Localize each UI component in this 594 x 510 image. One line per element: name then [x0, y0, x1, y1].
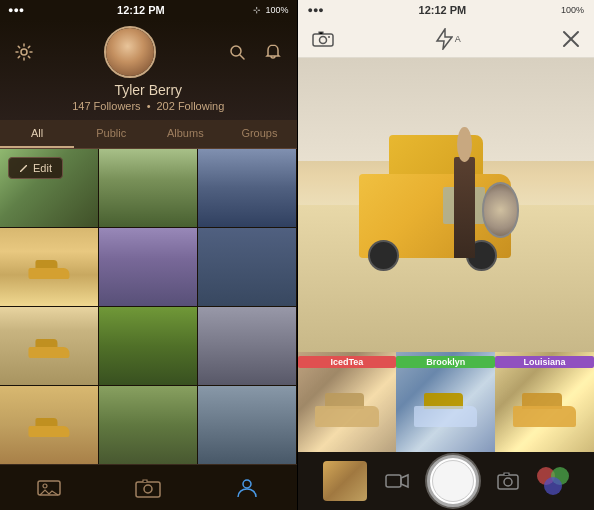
profile-name: Tyler Berry	[10, 82, 287, 98]
flash-button[interactable]: A	[435, 28, 461, 50]
edit-button[interactable]: Edit	[8, 157, 63, 179]
filter-icedtea[interactable]: IcedTea	[298, 352, 397, 452]
notifications-button[interactable]	[259, 38, 287, 66]
grid-cell-2[interactable]	[99, 149, 197, 227]
settings-button[interactable]	[10, 38, 38, 66]
status-time: 12:12 PM	[117, 4, 165, 16]
shutter-button[interactable]	[427, 455, 479, 507]
svg-point-10	[328, 36, 330, 38]
tab-albums[interactable]: Albums	[148, 120, 222, 148]
grid-cell-7[interactable]	[0, 307, 98, 385]
camera-main-view[interactable]	[298, 58, 595, 352]
grid-cell-10[interactable]	[0, 386, 98, 464]
svg-point-15	[504, 478, 512, 486]
edit-label: Edit	[33, 162, 52, 174]
battery-icon: 100%	[265, 5, 288, 15]
grid-cell-3[interactable]	[198, 149, 296, 227]
tab-all[interactable]: All	[0, 120, 74, 148]
svg-rect-14	[498, 475, 518, 489]
cam-carrier: ●●●	[308, 5, 324, 15]
profile-header: Tyler Berry 147 Followers • 202 Followin…	[0, 20, 297, 120]
camera-controls	[298, 452, 595, 510]
stats-separator: •	[147, 100, 151, 112]
nav-gallery[interactable]	[29, 468, 69, 508]
followers-count: 147 Followers	[72, 100, 140, 112]
grid-cell-8[interactable]	[99, 307, 197, 385]
profile-tabs: All Public Albums Groups	[0, 120, 297, 149]
wifi-icon: ●●●	[8, 5, 24, 15]
shutter-inner	[432, 460, 474, 502]
nav-profile[interactable]	[227, 468, 267, 508]
gear-icon	[15, 43, 33, 61]
search-button[interactable]	[223, 38, 251, 66]
svg-point-6	[144, 485, 152, 493]
mini-van-brooklyn	[406, 397, 485, 427]
svg-point-4	[43, 484, 47, 488]
filter-brooklyn-label: Brooklyn	[396, 356, 495, 368]
grid-container	[0, 149, 297, 464]
svg-point-9	[319, 36, 326, 43]
status-icons: ⊹ 100%	[253, 5, 288, 15]
filter-icedtea-label: IcedTea	[298, 356, 397, 368]
grid-cell-6[interactable]	[198, 228, 296, 306]
filter-strip: IcedTea Brooklyn Louisiana	[298, 352, 595, 452]
grid-cell-4[interactable]	[0, 228, 98, 306]
header-icons	[223, 38, 287, 66]
bottom-navigation	[0, 464, 297, 510]
nav-camera[interactable]	[128, 468, 168, 508]
color-adjust-button[interactable]	[537, 467, 569, 495]
filter-louisiana[interactable]: Louisiana	[495, 352, 594, 452]
svg-line-2	[240, 55, 244, 59]
grid-cell-5[interactable]	[99, 228, 197, 306]
search-icon	[228, 43, 246, 61]
last-photo-thumbnail[interactable]	[323, 461, 367, 501]
photo-mode-button[interactable]	[497, 471, 519, 491]
wifi-signal: ●●●	[8, 5, 28, 15]
cam-time: 12:12 PM	[419, 4, 467, 16]
mini-van-icedtea	[307, 397, 386, 427]
blue-circle	[544, 477, 562, 495]
bell-icon	[264, 43, 282, 61]
close-camera-button[interactable]	[562, 30, 580, 48]
svg-rect-13	[386, 475, 401, 487]
photo-camera-icon	[497, 471, 519, 491]
avatar	[104, 26, 156, 78]
following-count: 202 Following	[156, 100, 224, 112]
grid-cell-12[interactable]	[198, 386, 296, 464]
flash-icon	[435, 28, 453, 50]
gallery-icon	[37, 478, 61, 498]
tab-groups[interactable]: Groups	[222, 120, 296, 148]
grid-cell-9[interactable]	[198, 307, 296, 385]
pencil-icon	[19, 163, 29, 173]
mini-van-louisiana	[505, 397, 584, 427]
grid-cell-11[interactable]	[99, 386, 197, 464]
filter-brooklyn[interactable]: Brooklyn	[396, 352, 495, 452]
svg-point-7	[243, 480, 251, 488]
filter-louisiana-label: Louisiana	[495, 356, 594, 368]
camera-icon	[135, 477, 161, 499]
camera-preview	[298, 58, 595, 352]
left-panel: ●●● 12:12 PM ⊹ 100%	[0, 0, 297, 510]
photo-grid: Edit	[0, 149, 297, 464]
bluetooth-icon: ⊹	[253, 5, 261, 15]
camera-toolbar: A	[298, 20, 595, 58]
flash-auto-label: A	[455, 34, 461, 44]
camera-switch-icon	[312, 30, 334, 48]
cam-battery: 100%	[561, 5, 584, 15]
video-mode-button[interactable]	[385, 473, 409, 489]
close-icon	[562, 30, 580, 48]
right-panel: ●●● 12:12 PM 100% A	[298, 0, 595, 510]
tab-public[interactable]: Public	[74, 120, 148, 148]
profile-icon	[236, 477, 258, 499]
scene-van	[351, 146, 523, 258]
profile-stats: 147 Followers • 202 Following	[10, 100, 287, 112]
svg-point-0	[21, 49, 27, 55]
avatar-container	[104, 26, 156, 78]
camera-status-bar: ●●● 12:12 PM 100%	[298, 0, 595, 20]
camera-mode-button[interactable]	[312, 30, 334, 48]
video-icon	[385, 473, 409, 489]
status-bar: ●●● 12:12 PM ⊹ 100%	[0, 0, 297, 20]
